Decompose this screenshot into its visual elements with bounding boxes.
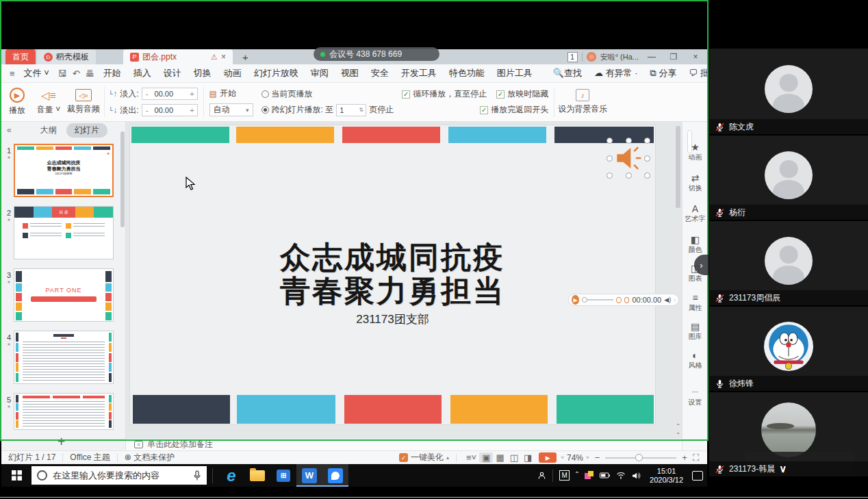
audio-repeat-icon[interactable] xyxy=(624,297,630,303)
radio-cross-slide[interactable]: 跨幻灯片播放: 至 1 ⇅ 页停止 xyxy=(261,104,394,116)
selection-handle[interactable] xyxy=(626,138,632,144)
taskbar-wps[interactable]: W xyxy=(296,464,322,487)
view-reading-icon[interactable]: ◫ xyxy=(507,452,521,463)
people-tray-icon[interactable] xyxy=(537,471,546,480)
protection-status[interactable]: ⊗ 文档未保护 xyxy=(125,452,175,463)
zoom-dropdown-icon[interactable]: ˅ xyxy=(586,455,589,461)
audio-play-icon[interactable]: ▶ xyxy=(572,295,579,305)
selection-handle[interactable] xyxy=(644,138,650,144)
prev-next-slide-buttons[interactable]: ⌃⌄ xyxy=(674,423,682,435)
undo-icon[interactable]: ↶ xyxy=(70,68,83,79)
slide-thumbnail-5[interactable] xyxy=(14,393,114,430)
print-icon[interactable]: 🖶 xyxy=(83,68,97,79)
menu-slideshow[interactable]: 幻灯片放映 xyxy=(248,67,305,79)
volume-button[interactable]: ◁≡ 音量 ˅ xyxy=(33,83,64,121)
message-badge[interactable]: 1 xyxy=(567,52,578,62)
selection-handle[interactable] xyxy=(607,155,613,162)
selection-handle[interactable] xyxy=(644,172,650,179)
zoom-in-button[interactable]: + xyxy=(679,452,690,463)
audio-player-bar[interactable]: ▶ 00:00.00 ◀) ◦ xyxy=(568,294,679,306)
minimize-button[interactable]: — xyxy=(643,50,661,64)
slide-editor[interactable]: 众志成城同抗疫 青春聚力勇担当 231173团支部 xyxy=(130,125,655,424)
collapse-panel-icon[interactable]: « xyxy=(7,125,12,135)
fade-out-plus[interactable]: + xyxy=(188,106,197,114)
fade-out-minus[interactable]: - xyxy=(142,106,152,114)
menu-file[interactable]: 文件 ˅ xyxy=(18,67,55,79)
participant-tile-1[interactable]: 陈文虎 xyxy=(709,49,868,134)
menu-features[interactable]: 特色功能 xyxy=(443,67,491,79)
statusbar-menu-icon[interactable]: ≡˅ xyxy=(463,452,479,463)
tool-wordart[interactable]: A艺术字 xyxy=(682,204,708,224)
tray-speaker-icon[interactable] xyxy=(632,472,641,480)
selection-handle[interactable] xyxy=(607,138,613,144)
action-center-icon[interactable] xyxy=(692,471,703,481)
cloud-status[interactable]: ☁ 有异常 · xyxy=(588,67,644,79)
menu-review[interactable]: 审阅 xyxy=(305,67,335,79)
add-slide-button[interactable]: + xyxy=(1,434,121,450)
tray-hidden-icons[interactable]: ˆ xyxy=(576,471,578,481)
fade-in-plus[interactable]: + xyxy=(188,90,197,98)
zoom-level[interactable]: 74% xyxy=(567,453,583,463)
taskbar-edge[interactable]: e xyxy=(218,464,244,487)
start-button[interactable]: ▤ 开始 xyxy=(209,88,253,99)
tab-home[interactable]: 首页 xyxy=(5,49,36,64)
tool-style[interactable]: ◐风格 xyxy=(682,350,708,370)
trim-audio-button[interactable]: ◁» 裁剪音频 xyxy=(64,83,103,121)
slide-thumbnail-4[interactable] xyxy=(14,331,114,384)
hamburger-icon[interactable]: ≡ xyxy=(7,68,18,79)
beautify-button[interactable]: ✓ 一键美化▴ xyxy=(399,452,449,463)
taskbar-search[interactable]: 在这里输入你要搜索的内容 xyxy=(31,466,207,485)
menu-view[interactable]: 视图 xyxy=(335,67,365,79)
selection-handle[interactable] xyxy=(626,172,632,179)
audio-object[interactable] xyxy=(609,140,648,176)
slides-tab[interactable]: 幻灯片 xyxy=(66,123,107,138)
menu-animation[interactable]: 动画 xyxy=(218,67,248,79)
slide-subtitle[interactable]: 231173团支部 xyxy=(130,311,655,327)
menu-security[interactable]: 安全 xyxy=(365,67,395,79)
user-name[interactable]: 安啦° (Ha... xyxy=(600,52,639,62)
play-button[interactable]: ▶ 播放 xyxy=(1,83,33,121)
participant-tile-3[interactable]: 231173周倡辰 xyxy=(709,221,868,305)
tab-docer[interactable]: D 稻壳模板 xyxy=(37,49,96,64)
zoom-out-button[interactable]: − xyxy=(592,452,603,463)
tool-animation[interactable]: ★动画 xyxy=(682,142,708,162)
fade-out-input[interactable]: - 00.00 + xyxy=(142,104,198,116)
tool-transition[interactable]: ⇄切换 xyxy=(682,173,708,193)
fade-in-input[interactable]: - 00.00 + xyxy=(142,88,198,100)
save-icon[interactable]: 🖫 xyxy=(55,68,70,79)
audio-progress-track[interactable] xyxy=(582,299,613,300)
audio-settings-icon[interactable]: ◦ xyxy=(674,297,676,303)
search-mic-icon[interactable] xyxy=(193,470,201,481)
tool-color[interactable]: ◧颜色 xyxy=(682,235,708,255)
menu-picture-tools[interactable]: 图片工具 xyxy=(491,67,539,79)
tool-properties[interactable]: ≡属性 xyxy=(682,293,708,313)
user-avatar[interactable] xyxy=(587,52,596,62)
radio-current-page[interactable]: 当前页播放 xyxy=(261,88,394,100)
taskbar-store[interactable]: ⊞ xyxy=(270,464,296,487)
view-normal-icon[interactable]: ▣ xyxy=(479,452,493,463)
menu-transition[interactable]: 切换 xyxy=(188,67,218,79)
menu-insert[interactable]: 插入 xyxy=(127,67,157,79)
close-button[interactable]: × xyxy=(687,50,704,64)
canvas-scrollbar[interactable] xyxy=(676,126,680,208)
selection-handle[interactable] xyxy=(607,172,613,179)
participant-tile-2[interactable]: 杨衍 xyxy=(709,136,868,220)
menu-devtools[interactable]: 开发工具 xyxy=(395,67,443,79)
tab-close-icon[interactable]: × xyxy=(221,52,226,62)
slide-thumbnail-1[interactable]: 众志成城同抗疫青春聚力勇担当 231173团支部 ✦ xyxy=(14,144,114,197)
tray-clock[interactable]: 15:01 2020/3/12 xyxy=(647,467,686,485)
wifi-icon[interactable] xyxy=(616,472,626,479)
taskbar-meeting-app[interactable] xyxy=(322,464,348,487)
check-hide[interactable]: ✓ 放映时隐藏 xyxy=(496,88,548,100)
tool-gallery[interactable]: ▤图库 xyxy=(682,322,708,342)
battery-icon[interactable] xyxy=(600,472,610,479)
fit-screen-icon[interactable]: ⛶ xyxy=(690,452,702,463)
tray-color-app-icon[interactable] xyxy=(585,471,593,480)
view-notes-icon[interactable]: ◨ xyxy=(521,452,535,463)
view-sorter-icon[interactable]: ▦ xyxy=(493,452,507,463)
menu-start[interactable]: 开始 xyxy=(97,67,127,79)
audio-volume-icon[interactable]: ◀) xyxy=(664,296,671,303)
meeting-id-pill[interactable]: 会议号 438 678 669 xyxy=(314,47,439,61)
audio-loop-icon[interactable] xyxy=(616,297,622,303)
start-mode-select[interactable]: 自动▾ xyxy=(209,103,253,116)
